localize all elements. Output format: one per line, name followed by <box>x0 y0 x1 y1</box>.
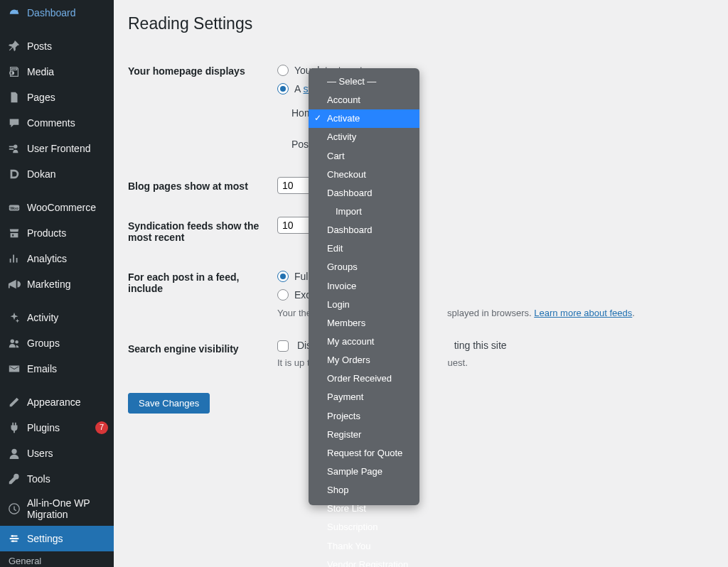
dropdown-option[interactable]: Vendor Registration <box>309 556 419 567</box>
dropdown-option[interactable]: — Select — <box>309 72 419 91</box>
dropdown-option[interactable]: Members <box>309 314 419 333</box>
marketing-icon <box>7 277 21 291</box>
page-select-dropdown[interactable]: — Select —AccountActivateActivityCartChe… <box>309 68 419 505</box>
dropdown-option[interactable]: Account <box>309 91 419 109</box>
dropdown-option[interactable]: Store List <box>309 500 419 518</box>
comment-icon <box>7 116 21 130</box>
sidebar-item-appearance[interactable]: Appearance <box>0 389 114 415</box>
dropdown-option[interactable]: Shop <box>309 481 419 500</box>
dropdown-option[interactable]: Register <box>309 426 419 444</box>
radio-full-text[interactable] <box>277 271 289 282</box>
tools-icon <box>7 472 21 486</box>
row-syndication-label: Syndication feeds show the most recent <box>128 206 270 257</box>
row-feed-label: For each post in a feed, include <box>128 257 270 329</box>
sidebar-item-settings[interactable]: Settings <box>0 526 114 551</box>
media-icon <box>7 65 21 79</box>
dropdown-option[interactable]: Edit <box>309 239 419 258</box>
pin-icon <box>7 39 21 53</box>
analytics-icon <box>7 252 21 266</box>
page-title: Reading Settings <box>128 14 714 33</box>
sidebar-item-emails[interactable]: Emails <box>0 356 114 382</box>
learn-more-feeds-link[interactable]: Learn more about feeds <box>534 308 632 318</box>
users-icon <box>7 446 21 460</box>
row-blogpages-label: Blog pages show at most <box>128 166 270 206</box>
settings-icon <box>7 531 21 546</box>
sidebar-item-users[interactable]: Users <box>0 441 114 466</box>
aio-icon <box>7 502 21 516</box>
dropdown-option[interactable]: Login <box>309 296 419 314</box>
sidebar-item-analytics[interactable]: Analytics <box>0 246 114 271</box>
sidebar-item-all-in-one-wp-migration[interactable]: All-in-One WP Migration <box>0 492 114 526</box>
dashboard-icon <box>7 6 21 20</box>
woo-icon <box>7 200 21 215</box>
dropdown-option[interactable]: Import <box>309 202 419 221</box>
save-button[interactable]: Save Changes <box>128 393 210 414</box>
dropdown-option[interactable]: My Orders <box>309 351 419 369</box>
dropdown-option[interactable]: Checkout <box>309 166 419 184</box>
userfe-icon <box>7 141 21 156</box>
dropdown-option[interactable]: Invoice <box>309 277 419 296</box>
dropdown-option[interactable]: Projects <box>309 407 419 426</box>
sidebar-item-tools[interactable]: Tools <box>0 466 114 492</box>
sidebar-item-dashboard[interactable]: Dashboard <box>0 0 114 26</box>
radio-static-page[interactable] <box>277 83 289 94</box>
groups-icon <box>7 336 21 350</box>
sidebar-item-media[interactable]: Media <box>0 59 114 85</box>
discourage-checkbox[interactable] <box>277 340 289 352</box>
radio-excerpt[interactable] <box>277 289 289 301</box>
page-icon <box>7 90 21 104</box>
row-search-label: Search engine visibility <box>128 329 270 379</box>
dropdown-option[interactable]: Payment <box>309 388 419 406</box>
dropdown-option[interactable]: Activity <box>309 128 419 146</box>
products-icon <box>7 226 21 240</box>
dropdown-option[interactable]: Sample Page <box>309 463 419 481</box>
submenu-general[interactable]: General <box>0 551 114 567</box>
sidebar-item-activity[interactable]: Activity <box>0 305 114 330</box>
appearance-icon <box>7 395 21 409</box>
sidebar-item-marketing[interactable]: Marketing <box>0 271 114 297</box>
sidebar-item-groups[interactable]: Groups <box>0 330 114 356</box>
activity-icon <box>7 310 21 325</box>
dropdown-option[interactable]: My account <box>309 333 419 351</box>
main-content: Reading Settings Your homepage displays … <box>114 0 728 428</box>
sidebar-item-plugins[interactable]: Plugins7 <box>0 415 114 441</box>
badge: 7 <box>95 421 108 433</box>
sidebar-item-user-frontend[interactable]: User Frontend <box>0 136 114 161</box>
sidebar-item-woocommerce[interactable]: WooCommerce <box>0 195 114 220</box>
dropdown-option[interactable]: Groups <box>309 258 419 276</box>
sidebar-item-posts[interactable]: Posts <box>0 33 114 59</box>
sidebar-item-pages[interactable]: Pages <box>0 85 114 110</box>
dropdown-option[interactable]: Thank You <box>309 537 419 556</box>
dropdown-option[interactable]: Subscription <box>309 518 419 536</box>
dropdown-option[interactable]: Dashboard <box>309 184 419 202</box>
dropdown-option[interactable]: Order Received <box>309 369 419 388</box>
dropdown-option[interactable]: Request for Quote <box>309 444 419 463</box>
dropdown-option[interactable]: Cart <box>309 147 419 166</box>
plugins-icon <box>7 421 21 435</box>
sidebar-item-dokan[interactable]: Dokan <box>0 161 114 187</box>
admin-sidebar: DashboardPostsMediaPagesCommentsUser Fro… <box>0 0 114 567</box>
sidebar-item-comments[interactable]: Comments <box>0 110 114 136</box>
row-homepage-label: Your homepage displays <box>128 51 270 166</box>
sidebar-item-products[interactable]: Products <box>0 220 114 246</box>
dokan-icon <box>7 167 21 181</box>
emails-icon <box>7 362 21 376</box>
radio-latest-posts[interactable] <box>277 65 289 76</box>
dropdown-option[interactable]: Dashboard <box>309 221 419 239</box>
dropdown-option[interactable]: Activate <box>309 109 419 128</box>
